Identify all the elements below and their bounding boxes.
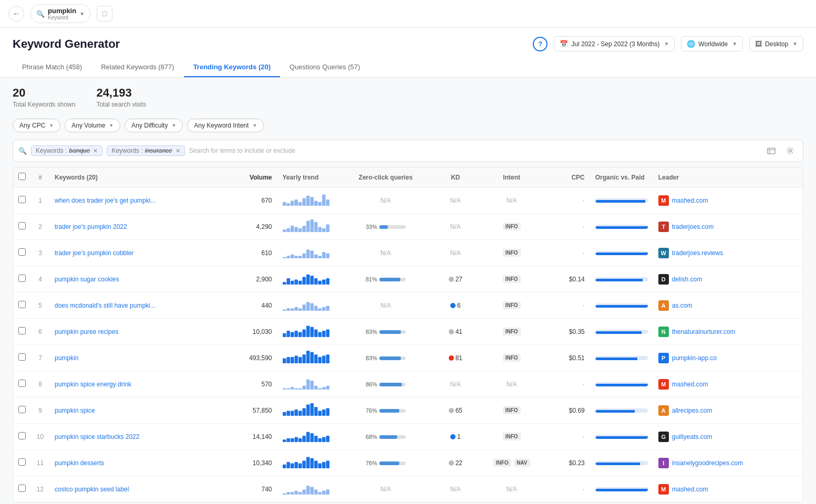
- row-checkbox-3[interactable]: [18, 248, 26, 256]
- tab-related-keywords[interactable]: Related Keywords (877): [91, 58, 183, 77]
- svg-rect-124: [283, 465, 286, 468]
- stat-total-visits: 24,193 Total search visits: [96, 86, 146, 108]
- row-num: 9: [31, 397, 49, 424]
- svg-rect-18: [291, 226, 294, 232]
- export-button[interactable]: □: [97, 6, 112, 22]
- svg-rect-86: [322, 356, 326, 363]
- leader-domain[interactable]: insanelygoodrecipes.com: [672, 459, 743, 467]
- keyword-link[interactable]: pumpkin spice: [55, 407, 95, 414]
- keyword-link[interactable]: pumpkin puree recipes: [55, 328, 118, 335]
- select-all-checkbox[interactable]: [18, 173, 26, 180]
- row-kd: 41: [436, 319, 474, 345]
- svg-rect-125: [286, 462, 290, 468]
- row-zero-click: 68%: [335, 424, 437, 450]
- filter-difficulty-label: Any Difficulty: [131, 122, 168, 129]
- row-checkbox-1[interactable]: [18, 196, 26, 203]
- svg-rect-120: [314, 436, 318, 442]
- row-num: 5: [31, 292, 49, 319]
- top-bar: ← 🔍 pumpkin Keyword ▼ □: [0, 0, 816, 28]
- svg-rect-122: [322, 437, 326, 442]
- svg-rect-27: [326, 225, 329, 232]
- svg-rect-100: [283, 412, 286, 416]
- svg-rect-143: [310, 487, 314, 495]
- row-checkbox-4[interactable]: [18, 275, 26, 282]
- svg-rect-110: [322, 410, 326, 416]
- filter-difficulty[interactable]: Any Difficulty ▼: [125, 119, 183, 132]
- keyword-link[interactable]: pumpkin desserts: [55, 459, 104, 467]
- filter-intent[interactable]: Any Keyword Intent ▼: [187, 119, 264, 132]
- tag-insurance-close[interactable]: ✕: [175, 148, 180, 154]
- search-placeholder[interactable]: Search for terms to include or exclude: [189, 147, 760, 154]
- keyword-link[interactable]: trader joe's pumpkin cobbler: [55, 249, 133, 257]
- leader-domain[interactable]: as.com: [672, 302, 693, 309]
- keyword-link[interactable]: does mcdonald's still have pumpki...: [55, 302, 156, 309]
- leader-domain[interactable]: traderjoes.com: [672, 223, 714, 230]
- leader-domain[interactable]: allrecipes.com: [672, 407, 712, 414]
- tag-insurance-value: insurance: [145, 147, 172, 154]
- leader-domain[interactable]: guiltyeats.com: [672, 433, 712, 440]
- row-kd: 6: [436, 292, 474, 319]
- leader-domain[interactable]: mashed.com: [672, 486, 708, 493]
- row-checkbox-12[interactable]: [18, 485, 26, 492]
- leader-domain[interactable]: pumpkin-app.co: [672, 354, 717, 362]
- row-intent: N/A: [474, 371, 549, 397]
- leader-domain[interactable]: mashed.com: [672, 381, 708, 388]
- row-checkbox-5[interactable]: [18, 301, 26, 308]
- tag-banque-close[interactable]: ✕: [93, 148, 98, 154]
- row-checkbox-2[interactable]: [18, 222, 26, 229]
- svg-rect-72: [314, 330, 318, 337]
- help-icon[interactable]: ?: [533, 37, 548, 51]
- tab-phrase-match[interactable]: Phrase Match (458): [13, 58, 91, 77]
- svg-rect-23: [310, 219, 314, 232]
- export-table-icon[interactable]: [764, 143, 779, 158]
- device-picker[interactable]: 🖼 Desktop ▼: [749, 36, 803, 51]
- filter-volume-arrow: ▼: [109, 123, 113, 128]
- col-intent: Intent: [474, 167, 549, 187]
- row-checkbox-7[interactable]: [18, 353, 26, 361]
- row-checkbox-8[interactable]: [18, 380, 26, 387]
- svg-rect-52: [283, 310, 286, 311]
- svg-rect-41: [286, 278, 290, 285]
- keyword-link[interactable]: when does trader joe's get pumpki...: [55, 197, 156, 204]
- tag-insurance: Keywords : insurance ✕: [107, 145, 184, 156]
- filter-volume[interactable]: Any Volume ▼: [65, 119, 120, 132]
- row-checkbox-10[interactable]: [18, 432, 26, 439]
- location-picker[interactable]: 🌐 Worldwide ▼: [681, 36, 743, 51]
- intent-nav-badge: NAV: [514, 459, 530, 467]
- svg-rect-63: [326, 306, 329, 311]
- search-pill[interactable]: 🔍 pumpkin Keyword ▼: [30, 4, 90, 23]
- row-cpc: $0.51: [549, 345, 590, 371]
- svg-rect-141: [302, 489, 306, 495]
- keyword-link[interactable]: pumpkin: [55, 354, 78, 362]
- filter-cpc[interactable]: Any CPC ▼: [13, 119, 60, 132]
- keyword-link[interactable]: pumpkin spice starbucks 2022: [55, 433, 139, 440]
- settings-icon[interactable]: [783, 143, 798, 158]
- total-keywords-label: Total Keywords shown: [13, 101, 75, 108]
- svg-rect-28: [283, 257, 286, 258]
- svg-rect-76: [283, 358, 286, 363]
- leader-domain[interactable]: traderjoes.reviews: [672, 249, 723, 257]
- row-checkbox-11[interactable]: [18, 458, 26, 466]
- back-button[interactable]: ←: [8, 6, 24, 22]
- row-checkbox-9[interactable]: [18, 406, 26, 413]
- row-checkbox-6[interactable]: [18, 327, 26, 334]
- leader-domain[interactable]: thenaturalnurturer.com: [672, 328, 736, 335]
- leader-domain[interactable]: mashed.com: [672, 197, 708, 204]
- leader-domain[interactable]: delish.com: [672, 276, 702, 283]
- date-picker[interactable]: 📅 Jul 2022 - Sep 2022 (3 Months) ▼: [554, 36, 675, 51]
- col-volume[interactable]: Volume: [225, 167, 277, 187]
- search-row-icon: 🔍: [18, 147, 27, 155]
- tab-questions-queries[interactable]: Questions Queries (57): [280, 58, 369, 77]
- tab-trending-keywords[interactable]: Trending Keywords (20): [184, 58, 280, 77]
- keyword-link[interactable]: costco pumpkin seed label: [55, 486, 129, 493]
- svg-rect-99: [326, 386, 329, 390]
- svg-rect-19: [294, 227, 298, 232]
- keyword-link[interactable]: pumpkin sugar cookies: [55, 276, 119, 283]
- row-cpc: -: [549, 214, 590, 240]
- keyword-link[interactable]: pumpkin spice energy drink: [55, 381, 131, 388]
- row-num: 2: [31, 214, 49, 240]
- row-zero-click: 33%: [335, 214, 437, 240]
- intent-badge: INFO: [503, 354, 521, 362]
- keyword-link[interactable]: trader joe's pumpkin 2022: [55, 223, 127, 230]
- keywords-table: # Keywords (20) Volume Yearly trend Zero…: [13, 167, 803, 502]
